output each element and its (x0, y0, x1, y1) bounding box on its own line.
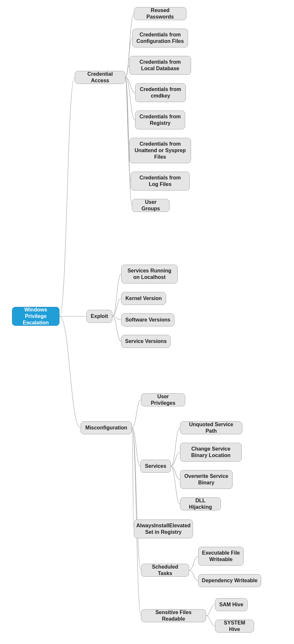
node-exp1: Services Running on Localhost (121, 265, 178, 283)
node-cred3: Credentials from Local Database (129, 56, 191, 75)
node-exp4: Service Versions (121, 335, 171, 348)
node-exploit: Exploit (86, 310, 112, 323)
node-cred7: Credentials from Log Files (131, 172, 190, 191)
node-cred6: Credentials from Unattend or Sysprep Fil… (129, 138, 191, 163)
edge-cred-cred3 (125, 65, 129, 77)
node-cred4: Credentials from cmdkey (135, 83, 186, 102)
node-cred2: Credentials from Configuration Files (132, 29, 188, 47)
node-misconf: Misconfiguration (81, 421, 132, 434)
edge-cred-cred4 (125, 77, 135, 93)
edge-exploit-exp3 (112, 316, 121, 320)
edge-mis2-svc1 (171, 428, 180, 466)
node-svc3: Overwrite Service Binary (180, 470, 233, 489)
edge-mis4-st1 (189, 556, 198, 570)
node-mis4: Scheduled Tasks (141, 564, 189, 577)
edge-misconf-mis4 (132, 428, 141, 570)
edge-cred-cred6 (125, 77, 129, 151)
node-cred5: Credentials from Registry (135, 111, 185, 129)
node-cred8: User Groups (132, 199, 170, 212)
edge-mis5-sf1 (206, 605, 215, 616)
node-st2: Dependency Writeable (198, 574, 261, 587)
edge-cred-cred7 (125, 77, 131, 181)
node-mis5: Sensitive Files Readable (141, 609, 206, 622)
node-mis3: AlwaysInstallElevated Set in Registry (134, 519, 193, 538)
edge-misconf-mis1 (132, 400, 141, 428)
edge-misconf-mis3 (132, 428, 134, 529)
node-st1: Executable File Writeable (198, 547, 244, 566)
edge-mis5-sf2 (206, 616, 215, 626)
edge-misconf-mis2 (132, 428, 140, 466)
edge-exploit-exp1 (112, 274, 121, 316)
node-mis2: Services (140, 460, 171, 473)
node-svc2: Change Service Binary Location (180, 443, 242, 462)
node-cred1: Reused Passwords (134, 7, 186, 20)
node-svc1: Unquoted Service Path (180, 421, 242, 434)
node-sf1: SAM Hive (215, 598, 248, 611)
edge-exploit-exp4 (112, 316, 121, 341)
edge-root-misconf (59, 316, 81, 428)
node-svc4: DLL Hijacking (180, 497, 221, 510)
node-sf2: SYSTEM Hive (215, 620, 254, 633)
edge-cred-cred5 (125, 77, 135, 120)
edge-mis2-svc2 (171, 452, 180, 466)
edge-mis2-svc4 (171, 466, 180, 504)
edge-mis4-st2 (189, 570, 198, 581)
node-cred: Credential Access (75, 71, 125, 84)
node-exp2: Kernel Version (121, 292, 166, 305)
node-exp3: Software Versions (121, 313, 174, 326)
node-mis1: User Privileges (141, 393, 185, 406)
edge-mis2-svc3 (171, 466, 180, 480)
node-root: Windows Privilege Escalation (12, 307, 59, 326)
edge-exploit-exp2 (112, 298, 121, 316)
edge-root-cred (59, 77, 75, 316)
